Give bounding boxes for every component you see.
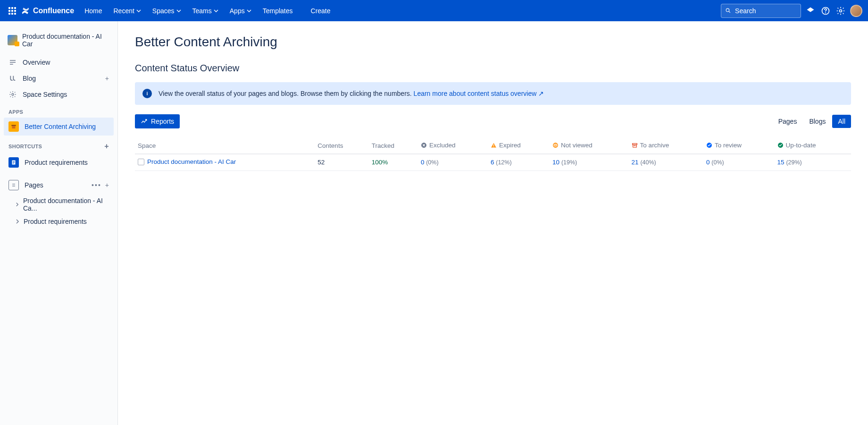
not-viewed-count[interactable]: 10 bbox=[552, 159, 559, 166]
cell-to-archive: 21 (40%) bbox=[629, 154, 703, 170]
archive-icon bbox=[632, 142, 638, 148]
not-viewed-icon bbox=[552, 142, 559, 148]
user-avatar[interactable] bbox=[850, 5, 862, 17]
toolbar: Reports Pages Blogs All bbox=[135, 114, 851, 128]
svg-rect-11 bbox=[493, 144, 494, 146]
filter-pages[interactable]: Pages bbox=[773, 115, 803, 128]
space-name: Product documentation - AI Car bbox=[22, 33, 110, 48]
gear-icon bbox=[8, 90, 17, 99]
svg-point-15 bbox=[555, 145, 556, 146]
nav-create[interactable]: Create bbox=[306, 4, 335, 17]
notifications-icon[interactable] bbox=[805, 5, 816, 17]
table-row: Product documentation - AI Car 52 100% 0… bbox=[135, 154, 851, 170]
sidebar-blog[interactable]: Blog + bbox=[4, 70, 114, 86]
help-icon[interactable] bbox=[820, 5, 831, 17]
chevron-right-icon bbox=[15, 202, 19, 207]
page-tree-item-1[interactable]: Product documentation - AI Ca... bbox=[4, 194, 114, 215]
sidebar-app-label: Better Content Archiving bbox=[25, 123, 96, 130]
excluded-count[interactable]: 0 bbox=[421, 159, 425, 166]
nav-recent[interactable]: Recent bbox=[108, 4, 145, 17]
svg-rect-6 bbox=[12, 126, 16, 128]
pages-icon bbox=[8, 180, 19, 190]
uptodate-icon bbox=[777, 142, 784, 148]
sidebar-section-shortcuts: SHORTCUTS + bbox=[4, 136, 114, 153]
section-title: Content Status Overview bbox=[135, 63, 851, 74]
search-input[interactable] bbox=[734, 7, 797, 15]
svg-rect-16 bbox=[632, 144, 637, 145]
sidebar-pages-label: Pages bbox=[25, 181, 43, 189]
col-to-review: To review bbox=[703, 138, 775, 154]
nav-teams[interactable]: Teams bbox=[188, 4, 223, 17]
excluded-icon bbox=[421, 142, 427, 148]
sidebar-section-apps: APPS bbox=[4, 102, 114, 118]
chevron-down-icon bbox=[136, 8, 141, 13]
search-input-wrapper[interactable] bbox=[721, 4, 801, 18]
svg-rect-9 bbox=[147, 93, 148, 95]
info-banner: View the overall status of your pages an… bbox=[135, 82, 851, 105]
doc-icon bbox=[8, 157, 19, 168]
sidebar-shortcut-product-req[interactable]: Product requirements bbox=[4, 153, 114, 171]
filter-blogs[interactable]: Blogs bbox=[803, 115, 831, 128]
svg-point-8 bbox=[147, 92, 148, 93]
search-icon bbox=[725, 7, 731, 14]
add-blog-icon[interactable]: + bbox=[105, 75, 109, 82]
sidebar-app-better-archiving[interactable]: Better Content Archiving bbox=[4, 118, 114, 136]
review-icon bbox=[706, 142, 712, 148]
app-switcher-icon[interactable] bbox=[6, 4, 19, 17]
main-content: Better Content Archiving Content Status … bbox=[118, 21, 868, 425]
blog-icon bbox=[8, 74, 17, 83]
col-contents: Contents bbox=[315, 138, 368, 154]
space-icon bbox=[138, 159, 144, 165]
svg-rect-5 bbox=[11, 125, 16, 126]
uptodate-count[interactable]: 15 bbox=[777, 159, 785, 166]
sidebar-overview[interactable]: Overview bbox=[4, 54, 114, 70]
info-icon bbox=[142, 89, 152, 98]
to-archive-count[interactable]: 21 bbox=[632, 159, 639, 166]
nav-apps[interactable]: Apps bbox=[225, 4, 256, 17]
sidebar-blog-label: Blog bbox=[23, 75, 36, 82]
more-pages-icon[interactable]: ••• bbox=[92, 181, 101, 189]
global-nav: Confluence Home Recent Spaces Teams Apps… bbox=[0, 0, 868, 21]
cell-to-review: 0 (0%) bbox=[703, 154, 775, 170]
brand-label: Confluence bbox=[33, 7, 74, 15]
expired-count[interactable]: 6 bbox=[491, 159, 494, 166]
to-review-count[interactable]: 0 bbox=[706, 159, 710, 166]
nav-spaces[interactable]: Spaces bbox=[148, 4, 186, 17]
expired-icon bbox=[491, 142, 497, 148]
cell-contents: 52 bbox=[315, 154, 368, 170]
status-table: Space Contents Tracked Excluded Expired … bbox=[135, 138, 851, 171]
svg-rect-17 bbox=[633, 145, 636, 147]
settings-icon[interactable] bbox=[835, 5, 846, 17]
reports-icon bbox=[141, 118, 148, 125]
page-tree-item-2[interactable]: Product requirements bbox=[4, 215, 114, 228]
svg-point-0 bbox=[726, 8, 729, 12]
filter-segment: Pages Blogs All bbox=[773, 115, 851, 128]
sidebar-overview-label: Overview bbox=[23, 59, 50, 66]
filter-all[interactable]: All bbox=[832, 115, 851, 128]
chevron-down-icon bbox=[176, 8, 181, 13]
nav-home[interactable]: Home bbox=[80, 4, 107, 17]
info-link[interactable]: Learn more about content status overview… bbox=[414, 90, 544, 97]
space-header[interactable]: Product documentation - AI Car bbox=[4, 30, 114, 54]
brand[interactable]: Confluence bbox=[21, 6, 74, 16]
cell-excluded: 0 (0%) bbox=[418, 154, 488, 170]
page-title: Better Content Archiving bbox=[135, 34, 851, 50]
sidebar-pages[interactable]: Pages ••• + bbox=[4, 176, 114, 194]
nav-templates[interactable]: Templates bbox=[258, 4, 298, 17]
reports-button[interactable]: Reports bbox=[135, 114, 180, 128]
info-text: View the overall status of your pages an… bbox=[159, 90, 544, 97]
col-tracked: Tracked bbox=[369, 138, 418, 154]
space-logo-icon bbox=[8, 35, 17, 45]
space-link[interactable]: Product documentation - AI Car bbox=[138, 158, 236, 165]
add-shortcut-icon[interactable]: + bbox=[104, 142, 109, 151]
add-page-icon[interactable]: + bbox=[105, 181, 109, 189]
sidebar: Product documentation - AI Car Overview … bbox=[0, 21, 118, 425]
cell-not-viewed: 10 (19%) bbox=[550, 154, 629, 170]
chevron-down-icon bbox=[247, 8, 251, 13]
svg-point-3 bbox=[840, 9, 842, 12]
cell-tracked: 100% bbox=[369, 154, 418, 170]
sidebar-space-settings[interactable]: Space Settings bbox=[4, 86, 114, 102]
sidebar-space-settings-label: Space Settings bbox=[23, 91, 67, 98]
col-expired: Expired bbox=[488, 138, 550, 154]
chevron-down-icon bbox=[214, 8, 218, 13]
